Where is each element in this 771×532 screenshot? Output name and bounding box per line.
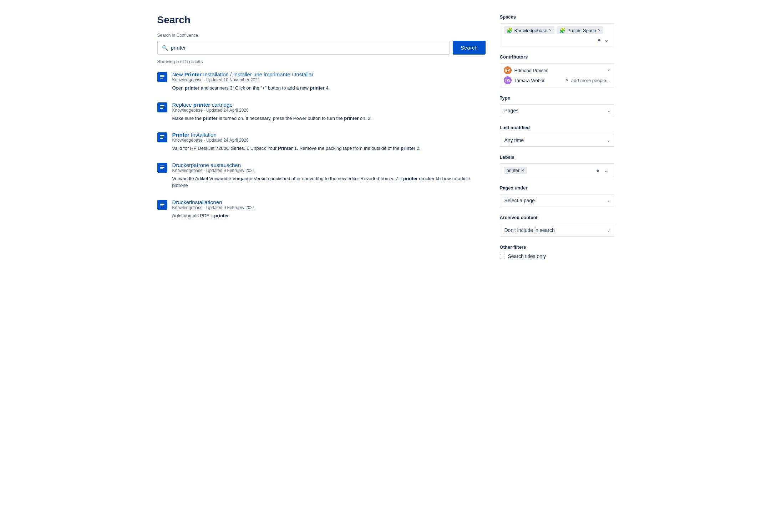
result-item: Replace printer cartridgeKnowledgebase ·… <box>157 102 486 122</box>
last-modified-select[interactable]: Any time Today Yesterday Last week Last … <box>500 134 614 147</box>
contributor-edmond: EP Edmond Preiser × <box>504 66 610 74</box>
last-modified-section: Last modified Any time Today Yesterday L… <box>500 125 614 147</box>
svg-rect-4 <box>160 107 164 107</box>
result-item: Druckerpatrone austauschenKnowledgebase … <box>157 162 486 189</box>
label-remove-printer[interactable]: × <box>521 168 524 173</box>
space-tag-knowledgebase[interactable]: 🧩 Knowledgebase × <box>504 26 555 34</box>
space-label-projekt: Projekt Space <box>567 28 596 33</box>
results-count: Showing 5 of 5 results <box>157 59 486 64</box>
result-icon <box>157 163 167 173</box>
result-body: Replace printer cartridgeKnowledgebase ·… <box>172 102 486 122</box>
result-body: Printer InstallationKnowledgebase · Upda… <box>172 132 486 152</box>
space-remove-projekt[interactable]: × <box>598 28 600 32</box>
result-excerpt: Open printer and scanners 3. Click on th… <box>172 85 486 92</box>
svg-rect-9 <box>160 166 164 166</box>
label-tag-printer[interactable]: printer × <box>504 167 527 174</box>
contributors-title: Contributors <box>500 54 614 60</box>
labels-clear-button[interactable]: ● <box>595 167 601 174</box>
result-title[interactable]: New Printer Installation / Installer une… <box>172 71 314 77</box>
result-excerpt: Verwandte Artikel Verwandte Vorgänge Ver… <box>172 175 486 189</box>
search-icon: 🔍 <box>162 45 168 51</box>
result-body: Druckerpatrone austauschenKnowledgebase … <box>172 162 486 189</box>
pages-under-section: Pages under Select a page ⌄ <box>500 185 614 207</box>
sidebar: Spaces 🧩 Knowledgebase × 🧩 Projekt Space… <box>500 14 614 267</box>
avatar-edmond: EP <box>504 66 512 74</box>
svg-rect-14 <box>160 206 163 206</box>
search-input-wrapper: 🔍 <box>157 41 450 55</box>
result-title[interactable]: Druckerpatrone austauschen <box>172 162 241 168</box>
space-emoji-knowledgebase: 🧩 <box>507 27 513 33</box>
labels-section: Labels printer × ● ⌄ <box>500 154 614 177</box>
result-icon <box>157 72 167 82</box>
result-excerpt: Valid for HP DeskJet 7200C Series. 1 Unp… <box>172 145 486 152</box>
svg-rect-13 <box>160 204 164 205</box>
contributor-tamara: TW Tamara Weber × add more people... <box>504 76 610 84</box>
main-content: Search Search in Confluence 🔍 Search Sho… <box>157 14 486 267</box>
labels-tag-area: printer × ● ⌄ <box>500 163 614 177</box>
result-item: DruckerinstallationenKnowledgebase · Upd… <box>157 199 486 219</box>
labels-title: Labels <box>500 154 614 160</box>
spaces-clear-button[interactable]: ● <box>596 37 603 43</box>
search-input[interactable] <box>171 41 445 54</box>
page-title: Search <box>157 14 486 26</box>
space-tag-projekt[interactable]: 🧩 Projekt Space × <box>557 26 603 34</box>
spaces-section: Spaces 🧩 Knowledgebase × 🧩 Projekt Space… <box>500 14 614 46</box>
avatar-tamara: TW <box>504 76 512 84</box>
result-title[interactable]: Replace printer cartridge <box>172 102 233 108</box>
result-icon <box>157 200 167 210</box>
search-button[interactable]: Search <box>453 41 486 55</box>
svg-rect-11 <box>160 168 163 169</box>
search-titles-only-label[interactable]: Search titles only <box>508 253 546 259</box>
result-icon <box>157 102 167 112</box>
spaces-expand-button[interactable]: ⌄ <box>603 36 610 43</box>
type-select[interactable]: Pages Blog Posts Comments Attachments <box>500 104 614 117</box>
contributors-area: EP Edmond Preiser × TW Tamara Weber × ad… <box>500 63 614 87</box>
other-filters-title: Other filters <box>500 244 614 250</box>
result-meta: Knowledgebase · Updated 10 November 2021 <box>172 77 486 82</box>
svg-rect-8 <box>160 138 163 139</box>
other-filters-section: Other filters Search titles only <box>500 244 614 259</box>
result-body: New Printer Installation / Installer une… <box>172 71 486 92</box>
archived-select[interactable]: Don't include in search Include in searc… <box>500 224 614 237</box>
results-container: New Printer Installation / Installer une… <box>157 71 486 219</box>
svg-rect-0 <box>160 75 164 76</box>
pages-under-select-wrapper: Select a page ⌄ <box>500 194 614 207</box>
type-section: Type Pages Blog Posts Comments Attachmen… <box>500 95 614 117</box>
spaces-tag-area: 🧩 Knowledgebase × 🧩 Projekt Space × ● ⌄ <box>500 23 614 46</box>
label-text-printer: printer <box>507 168 520 173</box>
contributor-remove-edmond[interactable]: × <box>607 68 610 73</box>
space-remove-knowledgebase[interactable]: × <box>549 28 552 32</box>
space-label-knowledgebase: Knowledgebase <box>514 28 548 33</box>
last-modified-select-wrapper: Any time Today Yesterday Last week Last … <box>500 134 614 147</box>
type-select-wrapper: Pages Blog Posts Comments Attachments ⌄ <box>500 104 614 117</box>
search-titles-only-checkbox[interactable] <box>500 254 505 259</box>
add-more-people[interactable]: add more people... <box>571 78 610 83</box>
svg-rect-3 <box>160 105 164 106</box>
archived-section: Archived content Don't include in search… <box>500 215 614 237</box>
space-emoji-projekt: 🧩 <box>559 27 565 33</box>
svg-rect-1 <box>160 76 164 77</box>
labels-expand-button[interactable]: ⌄ <box>603 167 610 174</box>
contributor-remove-tamara[interactable]: × <box>566 78 568 83</box>
type-title: Type <box>500 95 614 101</box>
result-meta: Knowledgebase · Updated 24 April 2020 <box>172 138 486 143</box>
result-title[interactable]: Printer Installation <box>172 132 217 138</box>
result-item: New Printer Installation / Installer une… <box>157 71 486 92</box>
result-title[interactable]: Druckerinstallationen <box>172 199 222 205</box>
result-excerpt: Anleitung als PDF it printer <box>172 212 486 219</box>
result-meta: Knowledgebase · Updated 9 February 2021 <box>172 168 486 173</box>
svg-rect-2 <box>160 78 163 78</box>
search-label: Search in Confluence <box>157 33 486 38</box>
svg-rect-10 <box>160 167 164 168</box>
result-body: DruckerinstallationenKnowledgebase · Upd… <box>172 199 486 219</box>
last-modified-title: Last modified <box>500 125 614 130</box>
search-titles-only-row: Search titles only <box>500 253 614 259</box>
spaces-title: Spaces <box>500 14 614 20</box>
pages-under-select[interactable]: Select a page <box>500 194 614 207</box>
contributors-section: Contributors EP Edmond Preiser × TW Tama… <box>500 54 614 87</box>
pages-under-title: Pages under <box>500 185 614 191</box>
contributor-name-edmond: Edmond Preiser <box>514 68 605 73</box>
result-item: Printer InstallationKnowledgebase · Upda… <box>157 132 486 152</box>
archived-select-wrapper: Don't include in search Include in searc… <box>500 224 614 237</box>
labels-area-actions: ● ⌄ <box>595 167 610 174</box>
